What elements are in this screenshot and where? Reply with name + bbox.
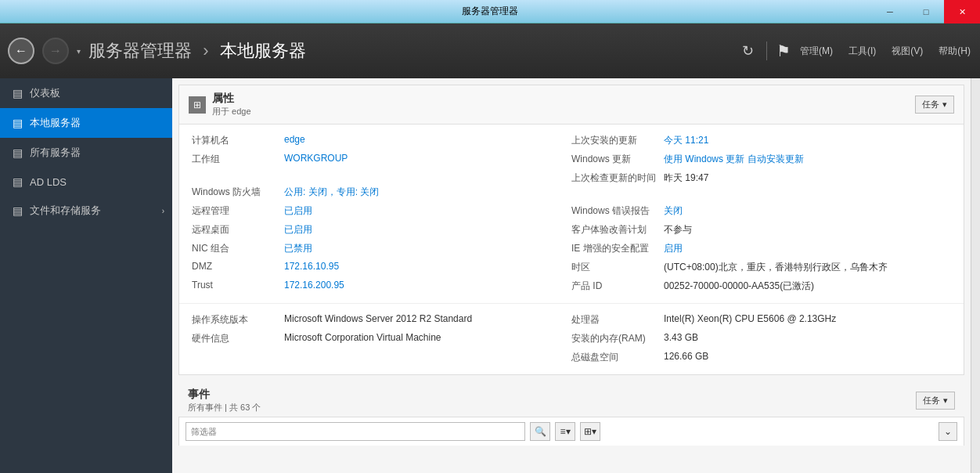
header-actions: ↻ ⚑ [739, 39, 791, 63]
prop-value-remote-mgmt[interactable]: 已启用 [284, 204, 312, 218]
events-task-button[interactable]: 任务 ▾ [916, 392, 955, 410]
properties-bottom-right: 处理器 Intel(R) Xeon(R) CPU E5606 @ 2.13GHz… [571, 313, 951, 365]
local-server-icon: ▤ [11, 117, 23, 129]
sidebar-item-label: 所有服务器 [30, 146, 81, 160]
minimize-button[interactable]: ─ [872, 0, 908, 23]
prop-label-last-check: 上次检查更新的时间 [571, 172, 658, 185]
events-subtitle: 所有事件 | 共 63 个 [188, 402, 261, 413]
prop-label-trust: Trust [192, 280, 278, 291]
sidebar-item-label: 仪表板 [30, 86, 60, 100]
events-title: 事件 [188, 388, 261, 402]
prop-firewall: Windows 防火墙 公用: 关闭，专用: 关闭 [192, 186, 571, 200]
prop-last-update: 上次安装的更新 今天 11:21 [571, 134, 951, 148]
properties-grid: 计算机名 edge 工作组 WORKGROUP Windows 防火墙 公用: … [179, 125, 964, 303]
prop-label-firewall: Windows 防火墙 [192, 186, 278, 199]
forward-button[interactable]: → [42, 38, 69, 64]
menu-manage[interactable]: 管理(M) [798, 42, 834, 61]
vertical-scrollbar[interactable] [971, 78, 980, 473]
sidebar-item-dashboard[interactable]: ▤ 仪表板 [0, 78, 172, 108]
prop-value-os: Microsoft Windows Server 2012 R2 Standar… [284, 313, 472, 324]
prop-disk: 总磁盘空间 126.66 GB [571, 351, 951, 365]
expand-arrow-icon: › [162, 207, 164, 215]
prop-value-dmz[interactable]: 172.16.10.95 [284, 261, 339, 272]
maximize-button[interactable]: □ [908, 0, 944, 23]
sidebar-item-ad-lds[interactable]: ▤ AD LDS [0, 168, 172, 196]
prop-label-cpu: 处理器 [571, 313, 658, 327]
file-storage-icon: ▤ [11, 204, 23, 217]
breadcrumb-separator: › [203, 41, 208, 60]
prop-value-nic[interactable]: 已禁用 [284, 242, 312, 255]
prop-value-cpu: Intel(R) Xeon(R) CPU E5606 @ 2.13GHz [664, 313, 836, 324]
prop-value-firewall[interactable]: 公用: 关闭，专用: 关闭 [284, 186, 379, 199]
prop-value-last-check: 昨天 19:47 [664, 172, 708, 185]
refresh-icon[interactable]: ↻ [739, 39, 757, 63]
prop-product-id: 产品 ID 00252-70000-00000-AA535(已激活) [571, 280, 951, 294]
prop-value-workgroup[interactable]: WORKGROUP [284, 153, 348, 164]
breadcrumb-current: 本地服务器 [220, 41, 306, 60]
prop-value-remote-desktop[interactable]: 已启用 [284, 223, 312, 236]
properties-right-column: 上次安装的更新 今天 11:21 Windows 更新 使用 Windows 更… [571, 134, 951, 294]
settings-icon: ⊞ [584, 426, 592, 437]
prop-last-check: 上次检查更新的时间 昨天 19:47 [571, 172, 951, 186]
events-task-dropdown-icon: ▾ [943, 395, 948, 406]
header-divider [766, 42, 767, 60]
dashboard-icon: ▤ [11, 87, 23, 99]
sidebar-item-file-storage[interactable]: ▤ 文件和存储服务 › [0, 196, 172, 226]
sidebar-item-label: 本地服务器 [30, 116, 81, 130]
menu-help[interactable]: 帮助(H) [937, 42, 972, 61]
section-title-group: 属性 用于 edge [212, 92, 251, 117]
content-area: ⊞ 属性 用于 edge 任务 ▾ [172, 78, 971, 473]
prop-spacer-1 [192, 172, 571, 181]
events-section: 事件 所有事件 | 共 63 个 任务 ▾ 🔍 ≡ ▾ [178, 381, 964, 446]
events-header: 事件 所有事件 | 共 63 个 任务 ▾ [178, 381, 964, 417]
menu-tools[interactable]: 工具(I) [847, 42, 877, 61]
prop-label-ceip: 客户体验改善计划 [571, 223, 658, 236]
prop-value-windows-update[interactable]: 使用 Windows 更新 自动安装更新 [664, 153, 804, 166]
nav-dropdown[interactable]: ▾ [77, 47, 81, 56]
search-button[interactable]: 🔍 [530, 422, 550, 441]
prop-label-ram: 安装的内存(RAM) [571, 332, 658, 345]
prop-ie-esc: IE 增强的安全配置 启用 [571, 242, 951, 256]
prop-value-ie-esc[interactable]: 启用 [664, 242, 683, 255]
all-servers-icon: ▤ [11, 146, 23, 159]
prop-value-error-report[interactable]: 关闭 [664, 204, 683, 218]
prop-label-computer-name: 计算机名 [192, 134, 278, 147]
prop-label-remote-mgmt: 远程管理 [192, 204, 278, 218]
events-header-row: 事件 所有事件 | 共 63 个 任务 ▾ [188, 388, 955, 413]
prop-trust: Trust 172.16.200.95 [192, 280, 571, 294]
prop-dmz: DMZ 172.16.10.95 [192, 261, 571, 275]
prop-label-os: 操作系统版本 [192, 313, 278, 327]
prop-workgroup: 工作组 WORKGROUP [192, 153, 571, 167]
section-icon: ⊞ [189, 96, 206, 114]
expand-icon: ⌄ [944, 426, 952, 437]
prop-ceip: 客户体验改善计划 不参与 [571, 223, 951, 237]
prop-spacer-2 [571, 190, 951, 200]
notifications-icon[interactable]: ⚑ [776, 42, 791, 60]
section-title: 属性 [212, 92, 251, 106]
events-toolbar: 🔍 ≡ ▾ ⊞ ▾ ⌄ [178, 417, 964, 446]
task-button[interactable]: 任务 ▾ [915, 96, 954, 114]
back-button[interactable]: ← [8, 38, 34, 64]
app: 服务器管理器 ─ □ ✕ ← → ▾ 服务器管理器 › 本地服务器 ↻ ⚑ [0, 0, 980, 473]
prop-remote-mgmt: 远程管理 已启用 [192, 204, 571, 218]
prop-computer-name: 计算机名 edge [192, 134, 571, 148]
expand-button[interactable]: ⌄ [939, 422, 957, 441]
prop-timezone: 时区 (UTC+08:00)北京，重庆，香港特别行政区，乌鲁木齐 [571, 261, 951, 275]
breadcrumb-parent[interactable]: 服务器管理器 [88, 41, 192, 60]
sidebar-item-local-server[interactable]: ▤ 本地服务器 [0, 108, 172, 138]
prop-cpu: 处理器 Intel(R) Xeon(R) CPU E5606 @ 2.13GHz [571, 313, 951, 327]
list-view-button[interactable]: ≡ ▾ [555, 422, 575, 441]
prop-nic: NIC 组合 已禁用 [192, 242, 571, 256]
prop-value-trust[interactable]: 172.16.200.95 [284, 280, 344, 291]
prop-value-computer-name[interactable]: edge [284, 134, 305, 145]
sidebar-item-all-servers[interactable]: ▤ 所有服务器 [0, 138, 172, 168]
filter-input[interactable] [186, 422, 525, 441]
menu-view[interactable]: 视图(V) [890, 42, 924, 61]
close-button[interactable]: ✕ [944, 0, 980, 23]
prop-label-last-update: 上次安装的更新 [571, 134, 658, 147]
prop-value-last-update[interactable]: 今天 11:21 [664, 134, 708, 147]
prop-value-timezone: (UTC+08:00)北京，重庆，香港特别行政区，乌鲁木齐 [664, 261, 888, 274]
prop-label-error-report: Windows 错误报告 [571, 204, 658, 218]
settings-dropdown-icon: ▾ [592, 426, 596, 437]
column-settings-button[interactable]: ⊞ ▾ [580, 422, 600, 441]
